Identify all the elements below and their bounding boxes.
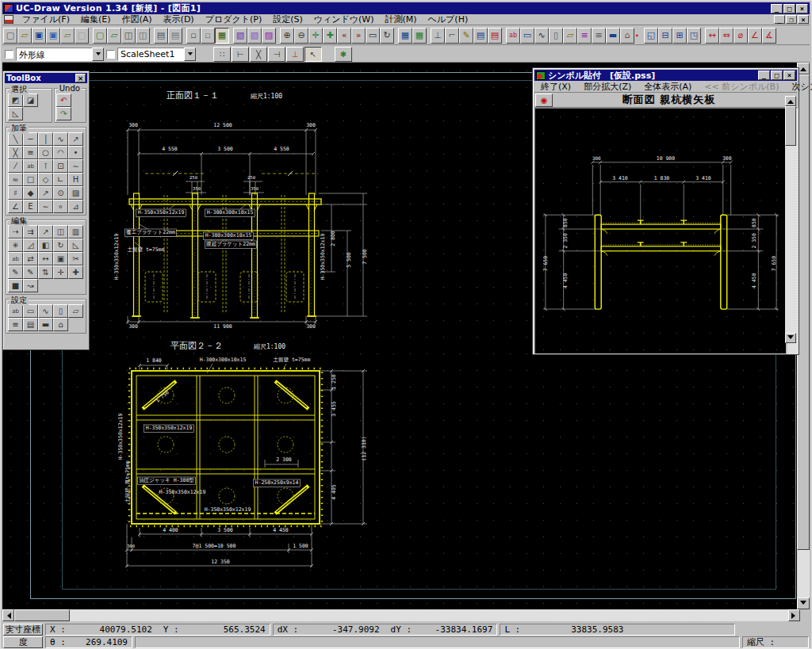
mdi-close-icon[interactable]: × <box>798 15 809 24</box>
edit-corner-icon[interactable]: ◿ <box>23 239 38 252</box>
select-area-icon[interactable]: ◪ <box>23 94 38 107</box>
symbol-panel-icon[interactable]: ▦ <box>215 28 229 44</box>
zoom-out-icon[interactable]: ⊖ <box>294 28 308 44</box>
delete-drawing-icon[interactable]: ▢ <box>75 28 89 44</box>
hammer-tool-icon[interactable]: ⌐ <box>445 28 459 44</box>
new-drawing-icon[interactable]: ▢ <box>3 28 17 44</box>
edit-polyline-icon[interactable]: ↝ <box>23 279 38 292</box>
product-print-icon[interactable]: ▤ <box>488 28 502 44</box>
draw-text-icon[interactable]: ab <box>23 159 38 173</box>
new-product-icon[interactable]: ▢ <box>93 28 107 44</box>
symbol-scroll-up-icon[interactable] <box>785 96 796 106</box>
edit-format-copy-icon[interactable]: ✎ <box>23 265 38 279</box>
maximize-icon[interactable]: □ <box>783 4 795 13</box>
settings-system-icon[interactable]: ▯ <box>53 304 68 318</box>
mdi-minimize-icon[interactable]: _ <box>774 15 785 24</box>
toolbox-title-bar[interactable]: ToolBox × <box>5 73 87 83</box>
print-preview-icon[interactable]: ▤ <box>168 28 182 44</box>
zoom-fit-icon[interactable]: ✛ <box>308 28 323 44</box>
settings-text-icon[interactable]: ab <box>8 304 23 318</box>
scale-checkbox[interactable] <box>106 50 115 59</box>
draw-slope-mark-icon[interactable]: ⊿ <box>68 200 83 213</box>
edit-point-move-icon[interactable]: ✛ <box>53 265 68 279</box>
sym-maximize-icon[interactable]: □ <box>771 71 783 80</box>
ink-pen-tool-icon[interactable]: ✎ <box>459 28 473 44</box>
dim-angle-alt-icon[interactable]: ∡ <box>762 28 776 44</box>
angle-mode-button[interactable]: 度 <box>3 636 43 648</box>
layer-palette-icon[interactable]: ≡ <box>577 28 592 44</box>
scale-combo[interactable]: ScaleSheet1 <box>117 48 196 61</box>
snap-grid-icon[interactable]: ∷ <box>213 47 231 62</box>
select-arrow-icon[interactable]: ↖ <box>304 47 322 62</box>
mdi-document-icon[interactable] <box>4 15 13 24</box>
draw-parallel-lines-icon[interactable]: ≡ <box>23 146 38 159</box>
draw-point-icon[interactable]: • <box>68 146 83 159</box>
symbol-scrollbar[interactable] <box>785 96 796 343</box>
settings-structure-icon[interactable]: ⌂ <box>53 318 68 331</box>
edit-format-brush-icon[interactable]: ✎ <box>8 265 23 279</box>
draw-leader-icon[interactable]: ↗ <box>38 186 53 200</box>
snap-settings-icon[interactable]: ✱ <box>335 47 352 62</box>
menu-item-2[interactable]: 作図(A) <box>117 13 158 25</box>
undo-icon[interactable]: ↶ <box>56 94 71 107</box>
edit-move-icon[interactable]: ↗ <box>38 225 53 239</box>
edit-stretch-icon[interactable]: ↔ <box>38 252 53 265</box>
draw-ellipse-icon[interactable]: ∘ <box>53 200 68 213</box>
toolbox-close-icon[interactable]: × <box>75 74 86 82</box>
edit-cut-icon[interactable]: ✂ <box>68 252 83 265</box>
dim-horizontal-icon[interactable]: ↔ <box>705 28 719 44</box>
menu-item-6[interactable]: ウィンドウ(W) <box>308 13 380 25</box>
layer-checkbox[interactable] <box>5 50 13 59</box>
open-product-icon[interactable]: ▱ <box>107 28 121 44</box>
draw-line-icon[interactable]: ╲ <box>8 132 23 146</box>
snap-intersection-icon[interactable]: ╳ <box>250 47 267 62</box>
draw-step-pattern-icon[interactable]: E <box>23 200 38 213</box>
settings-layer-icon[interactable]: ≡ <box>8 318 23 331</box>
press-tool-icon[interactable]: ⊥ <box>431 28 445 44</box>
symbol-scroll-thumb[interactable] <box>785 106 796 146</box>
edit-layer-transfer-icon[interactable]: ⇅ <box>38 265 53 279</box>
menu-item-7[interactable]: 計測(M) <box>380 13 423 25</box>
minimize-icon[interactable]: _ <box>771 4 783 13</box>
draw-polygon-icon[interactable]: ◇ <box>38 173 53 186</box>
layer-list-icon[interactable]: ≡ <box>592 28 606 44</box>
import-file-icon[interactable]: ▱ <box>60 28 75 44</box>
draw-arrow-line-icon[interactable]: ↗ <box>68 132 83 146</box>
page-transfer-icon[interactable]: ▱ <box>563 28 577 44</box>
draw-rectangle-icon[interactable]: □ <box>23 173 38 186</box>
menu-item-0[interactable]: ファイル(F) <box>17 13 75 25</box>
frame-edit-icon[interactable]: ▫ <box>201 28 215 44</box>
scroll-down-icon[interactable] <box>797 597 810 609</box>
settings-curve-icon[interactable]: ∿ <box>38 304 53 318</box>
text-width-tool-icon[interactable]: ab <box>506 28 520 44</box>
menu-item-8[interactable]: ヘルプ(H) <box>423 13 474 25</box>
menu-item-1[interactable]: 編集(E) <box>75 13 117 25</box>
symbol-window-title-bar[interactable]: シンボル貼付 [仮設.pss] _□× <box>534 70 797 81</box>
draw-slash-point-icon[interactable]: ⁄ <box>8 159 23 173</box>
draw-freehand-icon[interactable]: ∼ <box>38 200 53 213</box>
draw-hatch-icon[interactable]: ▨ <box>68 186 83 200</box>
snap-line-icon[interactable]: ⊢ <box>232 47 249 62</box>
draw-vertical-text-icon[interactable]: ⊺ <box>38 159 53 173</box>
dim-offset-icon[interactable]: ⇔ <box>719 28 733 44</box>
draw-horizontal-line-icon[interactable]: ─ <box>23 132 38 146</box>
scale-bar-icon[interactable]: ▬ <box>606 28 620 44</box>
edit-vertical-hatch-icon[interactable]: ▥ <box>68 225 83 239</box>
draw-arc-icon[interactable]: ◠ <box>53 146 68 159</box>
edit-trim-icon[interactable]: ◺ <box>68 239 83 252</box>
save-all-icon[interactable]: ▣ <box>46 28 60 44</box>
edit-explode-icon[interactable]: ✳ <box>8 239 23 252</box>
draw-cross-icon[interactable]: ╳ <box>8 146 23 159</box>
edit-mirror-icon[interactable]: ⇄ <box>23 252 38 265</box>
redo-icon[interactable]: ↷ <box>56 107 71 120</box>
sheet-list-icon[interactable]: ▦ <box>398 28 412 44</box>
edit-copy-icon[interactable]: ◫ <box>53 225 68 239</box>
window-tile-vertical-icon[interactable]: ⊞ <box>672 28 687 44</box>
display-settings-icon[interactable]: ▯ <box>549 28 563 44</box>
symbol-preview-canvas[interactable]: 30010 9003003 4101 8303 4108502 3504 450… <box>534 108 786 353</box>
snap-line-point-icon[interactable]: ⊣ <box>268 47 285 62</box>
settings-sheet-icon[interactable]: ▤ <box>23 318 38 331</box>
dim-angle-icon[interactable]: ∠ <box>748 28 762 44</box>
settings-display-icon[interactable]: ▭ <box>23 304 38 318</box>
region-fill-icon[interactable]: ▨ <box>262 28 276 44</box>
